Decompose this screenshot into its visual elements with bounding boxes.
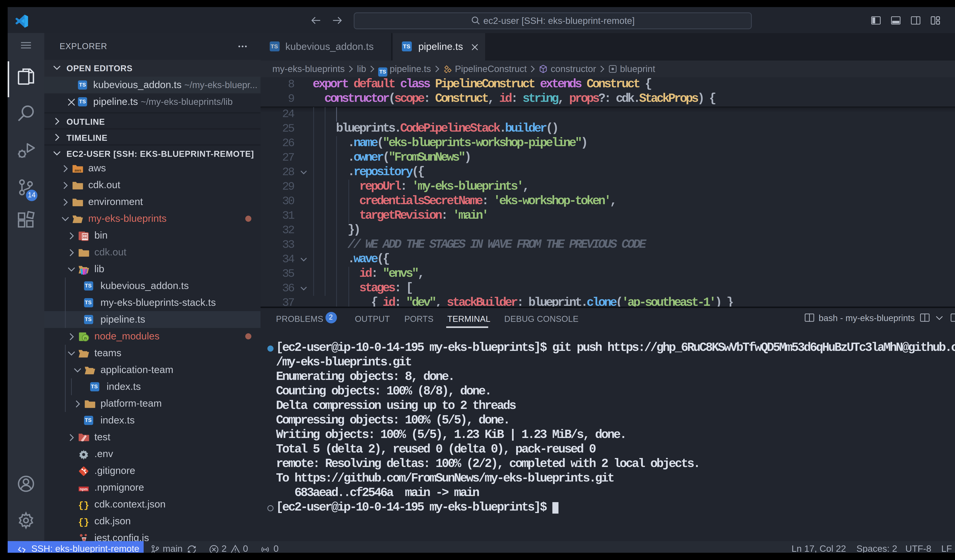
svg-text:{}: {} bbox=[78, 517, 89, 527]
svg-text:npm: npm bbox=[79, 487, 88, 491]
svg-text:{}: {} bbox=[78, 500, 89, 510]
svg-text:n: n bbox=[84, 336, 86, 340]
svg-text:aws: aws bbox=[74, 169, 81, 172]
